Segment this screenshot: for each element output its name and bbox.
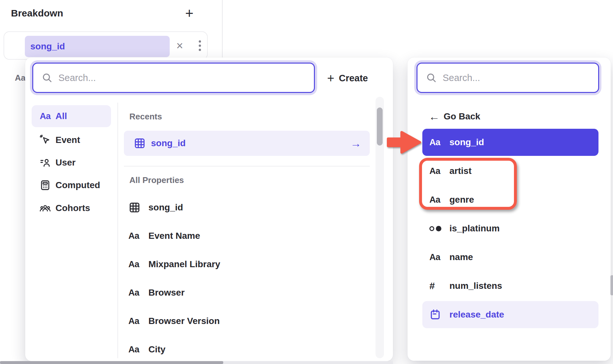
property-list: song_id Aa Event Name Aa Mixpanel Librar… (124, 193, 370, 364)
category-cohorts[interactable]: Cohorts (32, 197, 111, 219)
item-genre[interactable]: Aa genre (422, 186, 598, 213)
string-type-icon: Aa (128, 259, 144, 269)
item-num-listens[interactable]: # num_listens (422, 272, 598, 299)
user-person-icon (39, 157, 52, 168)
all-properties-header: All Properties (129, 175, 184, 185)
plus-icon: + (327, 71, 334, 85)
string-type-icon: Aa (429, 166, 446, 176)
string-type-icon: Aa (128, 345, 144, 355)
close-icon[interactable]: × (173, 36, 187, 56)
property-row-browser[interactable]: Aa Browser (124, 278, 370, 307)
breakdown-chip-song-id[interactable]: song_id (25, 36, 170, 57)
table-grid-icon (128, 201, 144, 214)
string-type-icon: Aa (15, 73, 25, 83)
property-row-mixpanel-library[interactable]: Aa Mixpanel Library (124, 250, 370, 278)
arrow-right-icon: → (350, 137, 361, 150)
string-type-icon: Aa (128, 231, 144, 241)
property-row-city[interactable]: Aa City (124, 335, 370, 364)
string-type-icon: Aa (128, 316, 144, 326)
item-song-id-selected[interactable]: Aa song_id (422, 129, 598, 156)
item-artist[interactable]: Aa artist (422, 157, 598, 185)
number-type-icon: # (429, 280, 446, 291)
kebab-menu-icon[interactable] (196, 40, 203, 51)
search-box[interactable] (417, 63, 599, 93)
table-grid-icon (134, 137, 146, 149)
search-icon (42, 72, 53, 83)
category-event[interactable]: Event (32, 129, 111, 151)
event-cursor-icon (39, 134, 52, 146)
calendar-icon (429, 309, 446, 320)
category-computed[interactable]: Computed (32, 174, 111, 196)
panel-divider (117, 103, 118, 358)
property-row-song-id[interactable]: song_id (124, 193, 370, 222)
boolean-type-icon (429, 226, 446, 231)
page-scrollbar-thumb[interactable] (610, 275, 613, 295)
string-type-icon: Aa (128, 288, 144, 298)
item-release-date[interactable]: release_date (422, 301, 598, 328)
cohorts-people-icon (39, 202, 52, 214)
breakdown-property-card: Aa song_id × (4, 31, 208, 60)
add-breakdown-plus-icon[interactable]: + (185, 5, 194, 21)
breakdown-title: Breakdown (11, 8, 63, 19)
go-back-button[interactable]: ← Go Back (426, 108, 480, 125)
property-value-list: Aa song_id Aa artist Aa genre is_platinu… (422, 129, 598, 330)
search-icon (426, 72, 437, 83)
scrollbar-thumb[interactable] (377, 107, 383, 146)
string-type-icon: Aa (429, 252, 446, 262)
recent-item-song-id[interactable]: song_id → (124, 131, 370, 156)
item-name[interactable]: Aa name (422, 244, 598, 271)
string-type-icon: Aa (429, 137, 446, 147)
property-detail-panel: ← Go Back Aa song_id Aa artist Aa genre … (407, 57, 611, 361)
category-all[interactable]: Aa All (32, 105, 111, 127)
string-type-icon: Aa (429, 195, 446, 205)
property-row-browser-version[interactable]: Aa Browser Version (124, 307, 370, 335)
horizontal-scrollbar-thumb[interactable] (0, 361, 223, 364)
recents-header: Recents (129, 112, 162, 122)
category-user[interactable]: User (32, 152, 111, 174)
string-type-icon: Aa (39, 111, 52, 121)
item-is-platinum[interactable]: is_platinum (422, 215, 598, 242)
search-input[interactable] (437, 73, 598, 83)
search-box[interactable] (32, 63, 315, 93)
section-divider (222, 0, 223, 58)
property-row-event-name[interactable]: Aa Event Name (124, 222, 370, 250)
computed-calculator-icon (39, 179, 52, 191)
property-picker-panel: + Create Aa All Event User (25, 57, 393, 361)
search-input[interactable] (53, 73, 314, 83)
list-divider (124, 166, 370, 167)
arrow-left-icon: ← (426, 110, 441, 123)
create-button[interactable]: + Create (327, 70, 368, 86)
